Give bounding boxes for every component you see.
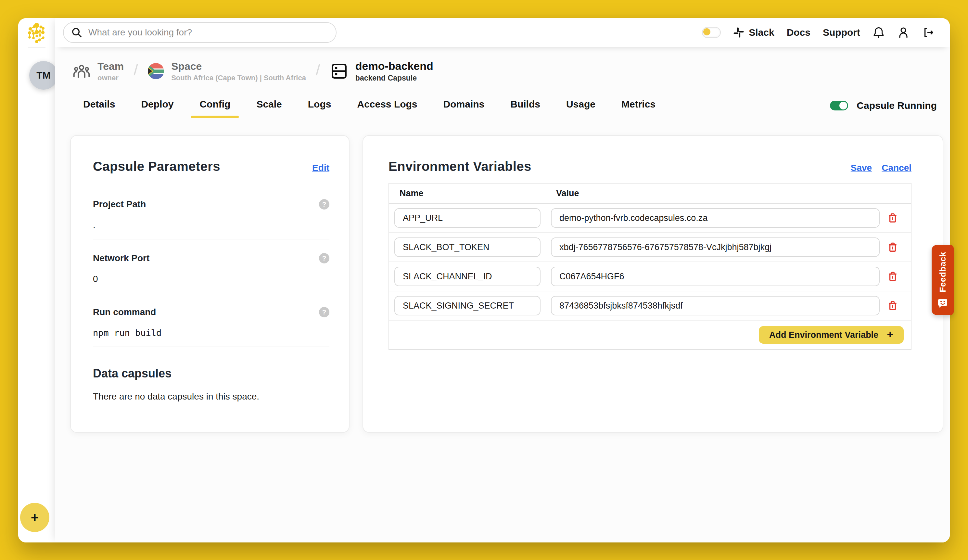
app-window: + TM — [18, 18, 950, 542]
env-name-input[interactable] — [394, 208, 540, 228]
field-label: Run command — [93, 307, 156, 317]
feedback-label: Feedback — [938, 252, 948, 292]
account-user-icon[interactable] — [897, 27, 910, 39]
breadcrumb-capsule[interactable]: demo-backend backend Capsule — [330, 60, 433, 83]
search-input[interactable] — [87, 27, 336, 38]
field-label: Project Path — [93, 199, 146, 209]
trash-icon — [887, 212, 898, 224]
env-name-input[interactable] — [394, 267, 540, 286]
tab-deploy[interactable]: Deploy — [141, 99, 174, 118]
capsule-running-label: Capsule Running — [857, 100, 937, 111]
field-label: Network Port — [93, 253, 149, 263]
env-var-footer-row: Add Environment Variable + — [389, 321, 911, 349]
trash-icon — [887, 300, 898, 311]
add-fab-button[interactable]: + — [20, 503, 50, 532]
capsule-parameter-field: Run command ? npm run build — [93, 293, 329, 347]
feedback-button[interactable]: Feedback — [932, 245, 954, 315]
env-value-input[interactable] — [551, 267, 880, 286]
capsule-parameter-field: Network Port ? 0 — [93, 239, 329, 293]
edit-link[interactable]: Edit — [312, 163, 329, 173]
feedback-smiley-icon — [938, 298, 948, 308]
header-actions: Slack Docs Support — [702, 27, 934, 39]
rail-divider — [28, 47, 45, 47]
search-box[interactable] — [63, 22, 336, 43]
tab-logs[interactable]: Logs — [308, 99, 332, 118]
env-var-row — [389, 204, 911, 233]
delete-env-var-button[interactable] — [880, 241, 906, 253]
tab-row: DetailsDeployConfigScaleLogsAccess LogsD… — [83, 99, 937, 118]
app-logo-icon[interactable] — [27, 22, 47, 44]
nav-slack-label: Slack — [749, 27, 774, 38]
slack-icon — [733, 27, 744, 38]
tab-domains[interactable]: Domains — [443, 99, 485, 118]
trash-icon — [887, 270, 898, 282]
breadcrumb-separator: / — [134, 60, 138, 79]
trash-icon — [887, 241, 898, 253]
nav-slack[interactable]: Slack — [733, 27, 774, 38]
nav-support[interactable]: Support — [823, 27, 860, 38]
help-icon[interactable]: ? — [319, 253, 329, 263]
top-bar: Slack Docs Support — [55, 18, 950, 47]
capsule-running-group: Capsule Running — [830, 100, 937, 111]
env-name-column-header: Name — [394, 189, 556, 199]
tab-access-logs[interactable]: Access Logs — [357, 99, 417, 118]
capsule-parameters-card: Capsule Parameters Edit Project Path ? .… — [70, 135, 350, 432]
env-var-row — [389, 262, 911, 292]
env-value-input[interactable] — [551, 237, 880, 257]
env-name-input[interactable] — [394, 296, 540, 315]
env-name-input[interactable] — [394, 237, 540, 257]
add-environment-variable-button[interactable]: Add Environment Variable + — [759, 326, 904, 344]
logout-icon[interactable] — [922, 27, 934, 39]
cancel-link[interactable]: Cancel — [882, 163, 912, 173]
breadcrumb-team[interactable]: Team owner — [73, 60, 124, 82]
env-var-header-row: Name Value — [389, 184, 911, 204]
env-value-column-header: Value — [556, 189, 579, 199]
tab-details[interactable]: Details — [83, 99, 115, 118]
breadcrumb-space-label: Space — [171, 60, 306, 73]
tab-scale[interactable]: Scale — [256, 99, 282, 118]
breadcrumb-capsule-label: demo-backend — [355, 60, 433, 73]
capsule-running-toggle[interactable] — [830, 101, 848, 111]
env-var-table: Name Value — [388, 183, 912, 350]
tab-metrics[interactable]: Metrics — [622, 99, 655, 118]
environment-variables-card: Environment Variables Save Cancel Name V… — [363, 135, 943, 432]
desktop-background: + TM — [0, 0, 968, 560]
breadcrumb-space-sub: South Africa (Cape Town) | South Africa — [171, 74, 306, 82]
delete-env-var-button[interactable] — [880, 270, 906, 282]
content-area: Team owner / — [55, 47, 950, 542]
add-environment-variable-label: Add Environment Variable — [769, 330, 878, 340]
env-var-row — [389, 292, 911, 321]
fab-plus-icon: + — [31, 510, 39, 525]
data-capsules-empty-message: There are no data capsules in this space… — [93, 391, 329, 402]
theme-toggle-knob — [703, 28, 710, 35]
help-icon[interactable]: ? — [319, 307, 329, 317]
theme-toggle[interactable] — [702, 27, 721, 38]
capsule-parameters-title: Capsule Parameters — [93, 159, 220, 174]
breadcrumb-space[interactable]: Space South Africa (Cape Town) | South A… — [148, 60, 306, 82]
breadcrumb-team-sub: owner — [98, 74, 124, 82]
field-value: . — [93, 220, 329, 231]
breadcrumb-capsule-sub: backend Capsule — [355, 74, 433, 83]
avatar[interactable]: TM — [29, 61, 58, 89]
tab-builds[interactable]: Builds — [510, 99, 540, 118]
main-panel: Slack Docs Support — [55, 18, 950, 542]
env-var-rows — [389, 204, 911, 321]
env-var-row — [389, 233, 911, 262]
search-icon — [71, 27, 82, 38]
env-value-input[interactable] — [551, 208, 880, 228]
delete-env-var-button[interactable] — [880, 300, 906, 311]
help-icon[interactable]: ? — [319, 199, 329, 209]
field-value: 0 — [93, 274, 329, 285]
notifications-bell-icon[interactable] — [872, 27, 885, 39]
capsule-running-toggle-knob — [839, 102, 847, 109]
data-capsules-title: Data capsules — [93, 367, 329, 380]
env-value-input[interactable] — [551, 296, 880, 315]
tab-usage[interactable]: Usage — [566, 99, 595, 118]
nav-docs[interactable]: Docs — [787, 27, 811, 38]
breadcrumb-separator: / — [316, 60, 320, 79]
tab-config[interactable]: Config — [199, 99, 230, 118]
environment-variables-title: Environment Variables — [388, 159, 531, 174]
breadcrumb-team-label: Team — [98, 60, 124, 73]
delete-env-var-button[interactable] — [880, 212, 906, 224]
save-link[interactable]: Save — [851, 163, 872, 173]
